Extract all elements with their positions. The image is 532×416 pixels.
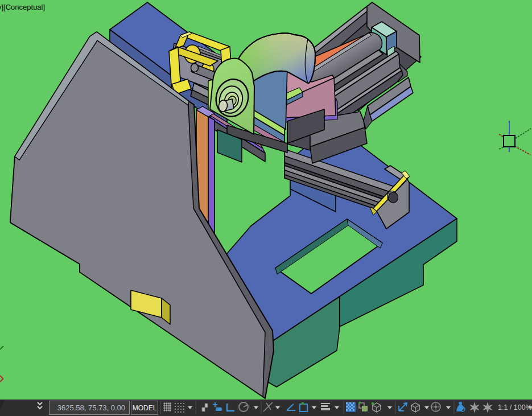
svg-text:1:1 / 100%: 1:1 / 100%: [498, 403, 532, 411]
svg-text:3625.58, 75.73, 0.00: 3625.58, 75.73, 0.00: [57, 403, 125, 412]
svg-text:MODEL: MODEL: [133, 404, 157, 412]
